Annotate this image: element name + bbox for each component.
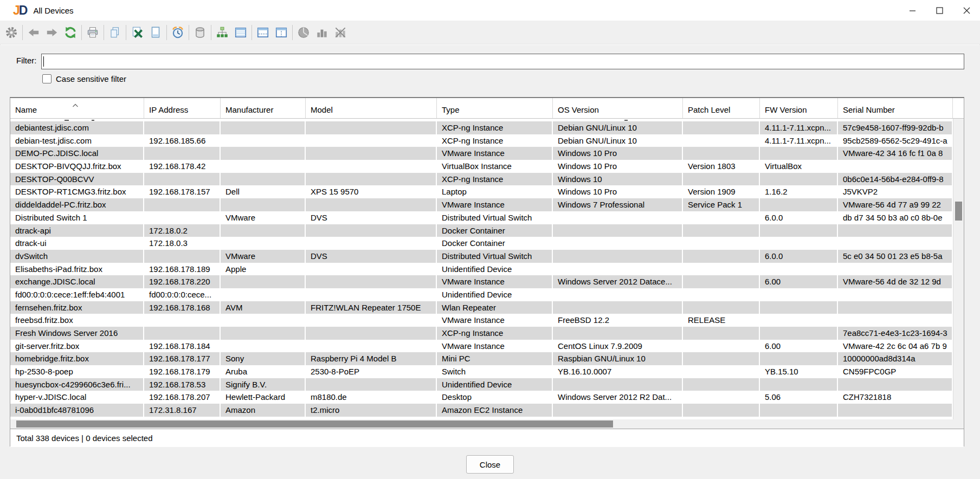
cell-fw-version: 6.0.0: [760, 250, 838, 263]
cell-serial-number: [838, 237, 953, 250]
table-row[interactable]: i-0ab0d1bfc48781096 172.31.8.167 Amazon …: [10, 404, 964, 417]
cell-type: Docker Container: [437, 237, 553, 250]
column-header-ip-address[interactable]: IP Address: [144, 98, 221, 118]
title-bar: JD All Devices: [0, 0, 980, 21]
column-header-os-version[interactable]: OS Version: [553, 98, 683, 118]
cell-model: [306, 224, 437, 237]
no-chart-button[interactable]: [331, 23, 350, 42]
table-row[interactable]: diddeldaddel-PC.fritz.box VMware Instanc…: [10, 198, 964, 211]
toolbar-separator: [126, 25, 126, 40]
table-row[interactable]: DESKTOP-Q00BCVV XCP-ng Instance Windows …: [10, 173, 964, 186]
clipped-text-mark: [92, 120, 94, 121]
back-button[interactable]: [24, 23, 43, 42]
cell-name: hp-2530-8-poep: [10, 365, 144, 378]
table-row[interactable]: homebridge.fritz.box 192.168.178.177 Son…: [10, 352, 964, 365]
table-row[interactable]: Elisabeths-iPad.fritz.box 192.168.178.18…: [10, 263, 964, 276]
cell-model: [306, 173, 437, 186]
table-row[interactable]: dvSwitch VMware DVS Distributed Virtual …: [10, 250, 964, 263]
copy-button[interactable]: [106, 23, 124, 42]
pie-chart-button[interactable]: [294, 23, 313, 42]
cell-type: VMware Instance: [437, 340, 553, 353]
cell-os-version: FreeBSD 12.2: [553, 314, 683, 327]
horizontal-scrollbar-thumb[interactable]: [16, 420, 613, 428]
table-row[interactable]: hyper-v.JDISC.local 192.168.178.207 Hewl…: [10, 391, 964, 404]
vertical-scrollbar-thumb[interactable]: [955, 202, 962, 221]
filter-input[interactable]: [41, 54, 964, 69]
table-row[interactable]: hp-2530-8-poep 192.168.178.179 Aruba 253…: [10, 365, 964, 378]
cell-ip-address: 192.168.178.184: [144, 340, 221, 353]
column-header-fw-version[interactable]: FW Version: [760, 98, 838, 118]
cell-manufacturer: [221, 173, 306, 186]
column-header-type[interactable]: Type: [437, 98, 553, 118]
table-view-button[interactable]: [231, 23, 250, 42]
cell-os-version: [553, 301, 683, 314]
table-row[interactable]: Fresh Windows Server 2016 XCP-ng Instanc…: [10, 327, 964, 340]
horizontal-scrollbar[interactable]: [10, 419, 964, 429]
table-row[interactable]: huesyncbox-c4299606c3e6.fri... 192.168.1…: [10, 378, 964, 391]
minimize-button[interactable]: [899, 0, 926, 21]
cell-patch-level: [683, 365, 760, 378]
table-row[interactable]: exchange.JDISC.local 192.168.178.220 VMw…: [10, 275, 964, 288]
table-row[interactable]: fernsehen.fritz.box 192.168.178.168 AVM …: [10, 301, 964, 314]
close-button[interactable]: Close: [466, 455, 514, 474]
table-row[interactable]: fd00:0:0:0:cece:1eff:feb4:4001 fd00:0:0:…: [10, 288, 964, 301]
topology-tree-button[interactable]: [213, 23, 231, 42]
column-header-patch-level[interactable]: Patch Level: [683, 98, 760, 118]
split-vertical-button[interactable]: [272, 23, 291, 42]
cell-serial-number: 10000000ad8d314a: [838, 352, 953, 365]
export-excel-button[interactable]: [128, 23, 146, 42]
cell-model: DVS: [306, 211, 437, 224]
column-header-manufacturer[interactable]: Manufacturer: [221, 98, 306, 118]
cell-name: i-0ab0d1bfc48781096: [10, 404, 144, 417]
cell-name: debiantest.jdisc.com: [10, 121, 144, 134]
column-header-model[interactable]: Model: [306, 98, 437, 118]
table-row[interactable]: debiantest.jdisc.com XCP-ng Instance Deb…: [10, 121, 964, 134]
split-horizontal-button[interactable]: [254, 23, 272, 42]
cell-name: dvSwitch: [10, 250, 144, 263]
cell-ip-address: 192.168.178.207: [144, 391, 221, 404]
scheduler-button[interactable]: [169, 23, 187, 42]
database-button[interactable]: [191, 23, 209, 42]
cell-fw-version: [760, 173, 838, 186]
cell-serial-number: [838, 404, 953, 417]
export-document-button[interactable]: [146, 23, 165, 42]
cell-patch-level: [683, 275, 760, 288]
cell-name: fernsehen.fritz.box: [10, 301, 144, 314]
table-row[interactable]: dtrack-api 172.18.0.2 Docker Container: [10, 224, 964, 237]
cell-patch-level: Version 1803: [683, 160, 760, 173]
cell-ip-address: 192.168.178.179: [144, 365, 221, 378]
case-sensitive-checkbox[interactable]: [42, 74, 51, 83]
cell-os-version: [553, 263, 683, 276]
table-row[interactable]: DEMO-PC.JDISC.local VMware Instance Wind…: [10, 147, 964, 160]
case-sensitive-label: Case sensitive filter: [56, 74, 126, 83]
cell-serial-number: VMware-42 2c 6c 04 a6 7b 9: [838, 340, 953, 353]
vertical-scrollbar[interactable]: [953, 119, 964, 419]
table-row[interactable]: DESKTOP-BIVQQJJ.fritz.box 192.168.178.42…: [10, 160, 964, 173]
table-row[interactable]: git-server.fritz.box 192.168.178.184 VMw…: [10, 340, 964, 353]
cell-type: Amazon EC2 Instance: [437, 404, 553, 417]
forward-button[interactable]: [43, 23, 61, 42]
clipped-text-mark: [65, 120, 69, 121]
cell-fw-version: YB.15.10: [760, 365, 838, 378]
table-row[interactable]: freebsd.fritz.box VMware Instance FreeBS…: [10, 314, 964, 327]
table-row[interactable]: DESKTOP-RT1CMG3.fritz.box 192.168.178.15…: [10, 185, 964, 198]
window-controls: [899, 0, 980, 21]
maximize-button[interactable]: [926, 0, 953, 21]
table-row[interactable]: Distributed Switch 1 VMware DVS Distribu…: [10, 211, 964, 224]
cell-serial-number: 95cb2589-6562-5c29-491c-a: [838, 134, 953, 147]
refresh-button[interactable]: [61, 23, 80, 42]
cell-ip-address: 192.168.178.168: [144, 301, 221, 314]
close-window-button[interactable]: [953, 0, 980, 21]
topology-tree-icon: [215, 25, 229, 40]
cell-name: freebsd.fritz.box: [10, 314, 144, 327]
table-row[interactable]: debian-test.jdisc.com 192.168.185.66 XCP…: [10, 134, 964, 147]
cell-manufacturer: [221, 327, 306, 340]
table-row[interactable]: dtrack-ui 172.18.0.3 Docker Container: [10, 237, 964, 250]
print-button[interactable]: [83, 23, 102, 42]
bar-chart-button[interactable]: [313, 23, 331, 42]
column-header-serial-number[interactable]: Serial Number: [838, 98, 953, 118]
cell-manufacturer: [221, 340, 306, 353]
settings-button[interactable]: [2, 23, 21, 42]
toolbar-separator: [104, 25, 104, 40]
cell-os-version: [553, 288, 683, 301]
